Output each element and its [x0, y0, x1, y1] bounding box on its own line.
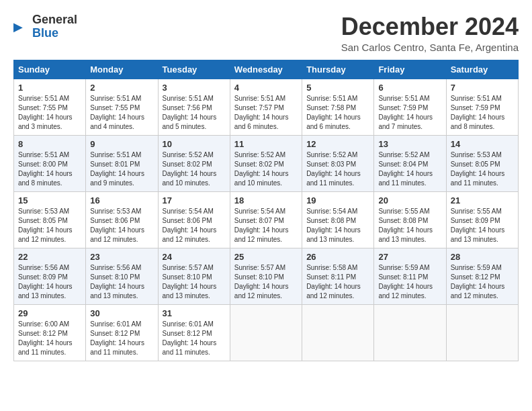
calendar-cell: 9Sunrise: 5:51 AMSunset: 8:01 PMDaylight… — [86, 135, 158, 191]
day-number: 19 — [306, 195, 369, 205]
day-info: Sunrise: 5:51 AMSunset: 8:01 PMDaylight:… — [90, 150, 153, 188]
day-number: 20 — [378, 195, 441, 205]
day-info: Sunrise: 5:56 AMSunset: 8:09 PMDaylight:… — [18, 263, 81, 301]
calendar-cell: 10Sunrise: 5:52 AMSunset: 8:02 PMDayligh… — [158, 135, 230, 191]
day-info: Sunrise: 5:55 AMSunset: 8:08 PMDaylight:… — [378, 207, 441, 244]
day-number: 2 — [90, 83, 153, 93]
day-number: 24 — [163, 252, 226, 262]
day-number: 6 — [378, 83, 441, 93]
calendar-cell: 8Sunrise: 5:51 AMSunset: 8:00 PMDaylight… — [14, 135, 86, 191]
calendar-cell: 12Sunrise: 5:52 AMSunset: 8:03 PMDayligh… — [302, 135, 374, 191]
day-info: Sunrise: 5:51 AMSunset: 7:55 PMDaylight:… — [90, 94, 153, 132]
calendar-cell: 23Sunrise: 5:56 AMSunset: 8:10 PMDayligh… — [86, 248, 158, 304]
day-info: Sunrise: 5:52 AMSunset: 8:03 PMDaylight:… — [306, 150, 369, 188]
svg-text:▶: ▶ — [13, 19, 23, 33]
day-info: Sunrise: 5:51 AMSunset: 7:59 PMDaylight:… — [378, 94, 441, 132]
calendar-cell: 18Sunrise: 5:54 AMSunset: 8:07 PMDayligh… — [230, 191, 302, 248]
calendar-cell — [374, 304, 446, 361]
calendar-cell: 14Sunrise: 5:53 AMSunset: 8:05 PMDayligh… — [446, 135, 518, 191]
day-header-monday: Monday — [86, 60, 158, 79]
calendar-cell: 2Sunrise: 5:51 AMSunset: 7:55 PMDaylight… — [86, 79, 158, 135]
calendar-cell: 5Sunrise: 5:51 AMSunset: 7:58 PMDaylight… — [302, 79, 374, 135]
day-number: 18 — [234, 195, 298, 205]
day-number: 13 — [378, 139, 441, 149]
day-info: Sunrise: 5:51 AMSunset: 7:56 PMDaylight:… — [163, 94, 226, 132]
day-info: Sunrise: 5:52 AMSunset: 8:04 PMDaylight:… — [378, 150, 441, 188]
day-info: Sunrise: 6:00 AMSunset: 8:12 PMDaylight:… — [18, 320, 81, 357]
day-info: Sunrise: 5:57 AMSunset: 8:10 PMDaylight:… — [234, 263, 298, 301]
day-number: 11 — [234, 139, 298, 149]
day-number: 14 — [451, 139, 514, 149]
calendar-cell: 28Sunrise: 5:59 AMSunset: 8:12 PMDayligh… — [446, 248, 518, 304]
calendar-cell: 30Sunrise: 6:01 AMSunset: 8:12 PMDayligh… — [86, 304, 158, 361]
logo: ▶ General Blue — [13, 13, 77, 40]
logo-general: General — [32, 13, 77, 27]
calendar-cell: 22Sunrise: 5:56 AMSunset: 8:09 PMDayligh… — [14, 248, 86, 304]
calendar-week-row: 15Sunrise: 5:53 AMSunset: 8:05 PMDayligh… — [14, 191, 519, 248]
day-info: Sunrise: 5:52 AMSunset: 8:02 PMDaylight:… — [234, 150, 298, 188]
calendar-cell: 7Sunrise: 5:51 AMSunset: 7:59 PMDaylight… — [446, 79, 518, 135]
logo-blue: Blue — [32, 27, 77, 40]
day-info: Sunrise: 5:59 AMSunset: 8:11 PMDaylight:… — [378, 263, 441, 301]
calendar-cell: 11Sunrise: 5:52 AMSunset: 8:02 PMDayligh… — [230, 135, 302, 191]
calendar-cell: 29Sunrise: 6:00 AMSunset: 8:12 PMDayligh… — [14, 304, 86, 361]
day-info: Sunrise: 5:51 AMSunset: 7:59 PMDaylight:… — [451, 94, 514, 132]
day-number: 3 — [163, 83, 226, 93]
calendar-cell — [230, 304, 302, 361]
day-number: 25 — [234, 252, 298, 262]
calendar-week-row: 22Sunrise: 5:56 AMSunset: 8:09 PMDayligh… — [14, 248, 519, 304]
day-info: Sunrise: 5:59 AMSunset: 8:12 PMDaylight:… — [451, 263, 514, 301]
calendar-cell: 24Sunrise: 5:57 AMSunset: 8:10 PMDayligh… — [158, 248, 230, 304]
day-info: Sunrise: 5:53 AMSunset: 8:06 PMDaylight:… — [90, 207, 153, 244]
day-info: Sunrise: 5:55 AMSunset: 8:09 PMDaylight:… — [451, 207, 514, 244]
day-info: Sunrise: 5:51 AMSunset: 7:55 PMDaylight:… — [18, 94, 81, 132]
day-number: 1 — [18, 83, 81, 93]
logo-text: General Blue — [32, 13, 77, 40]
calendar-cell: 13Sunrise: 5:52 AMSunset: 8:04 PMDayligh… — [374, 135, 446, 191]
day-info: Sunrise: 5:51 AMSunset: 7:58 PMDaylight:… — [306, 94, 369, 132]
day-number: 22 — [18, 252, 81, 262]
calendar-subtitle: San Carlos Centro, Santa Fe, Argentina — [341, 42, 519, 53]
day-number: 27 — [378, 252, 441, 262]
day-info: Sunrise: 5:57 AMSunset: 8:10 PMDaylight:… — [163, 263, 226, 301]
day-number: 10 — [163, 139, 226, 149]
day-number: 15 — [18, 195, 81, 205]
day-info: Sunrise: 5:58 AMSunset: 8:11 PMDaylight:… — [306, 263, 369, 301]
day-number: 21 — [451, 195, 514, 205]
day-header-friday: Friday — [374, 60, 446, 79]
day-number: 28 — [451, 252, 514, 262]
day-header-tuesday: Tuesday — [158, 60, 230, 79]
day-info: Sunrise: 5:54 AMSunset: 8:08 PMDaylight:… — [306, 207, 369, 244]
calendar-week-row: 1Sunrise: 5:51 AMSunset: 7:55 PMDaylight… — [14, 79, 519, 135]
day-number: 23 — [90, 252, 153, 262]
day-info: Sunrise: 5:51 AMSunset: 7:57 PMDaylight:… — [234, 94, 298, 132]
day-number: 8 — [18, 139, 81, 149]
day-number: 16 — [90, 195, 153, 205]
header: ▶ General Blue December 2024 San Carlos … — [13, 13, 519, 53]
day-header-saturday: Saturday — [446, 60, 518, 79]
day-info: Sunrise: 6:01 AMSunset: 8:12 PMDaylight:… — [90, 320, 153, 357]
calendar-title: December 2024 — [341, 13, 519, 40]
day-number: 30 — [90, 308, 153, 318]
calendar-cell: 6Sunrise: 5:51 AMSunset: 7:59 PMDaylight… — [374, 79, 446, 135]
day-info: Sunrise: 5:51 AMSunset: 8:00 PMDaylight:… — [18, 150, 81, 188]
day-info: Sunrise: 5:53 AMSunset: 8:05 PMDaylight:… — [18, 207, 81, 244]
page-container: ▶ General Blue December 2024 San Carlos … — [13, 13, 519, 361]
day-info: Sunrise: 5:53 AMSunset: 8:05 PMDaylight:… — [451, 150, 514, 188]
day-info: Sunrise: 5:52 AMSunset: 8:02 PMDaylight:… — [163, 150, 226, 188]
day-number: 5 — [306, 83, 369, 93]
day-info: Sunrise: 5:54 AMSunset: 8:07 PMDaylight:… — [234, 207, 298, 244]
title-section: December 2024 San Carlos Centro, Santa F… — [341, 13, 519, 53]
day-number: 12 — [306, 139, 369, 149]
calendar-cell: 19Sunrise: 5:54 AMSunset: 8:08 PMDayligh… — [302, 191, 374, 248]
calendar-cell: 17Sunrise: 5:54 AMSunset: 8:06 PMDayligh… — [158, 191, 230, 248]
calendar-week-row: 8Sunrise: 5:51 AMSunset: 8:00 PMDaylight… — [14, 135, 519, 191]
calendar-cell: 1Sunrise: 5:51 AMSunset: 7:55 PMDaylight… — [14, 79, 86, 135]
day-header-sunday: Sunday — [14, 60, 86, 79]
calendar-cell — [446, 304, 518, 361]
calendar-cell: 27Sunrise: 5:59 AMSunset: 8:11 PMDayligh… — [374, 248, 446, 304]
day-header-thursday: Thursday — [302, 60, 374, 79]
day-number: 29 — [18, 308, 81, 318]
calendar-cell: 20Sunrise: 5:55 AMSunset: 8:08 PMDayligh… — [374, 191, 446, 248]
day-number: 17 — [163, 195, 226, 205]
